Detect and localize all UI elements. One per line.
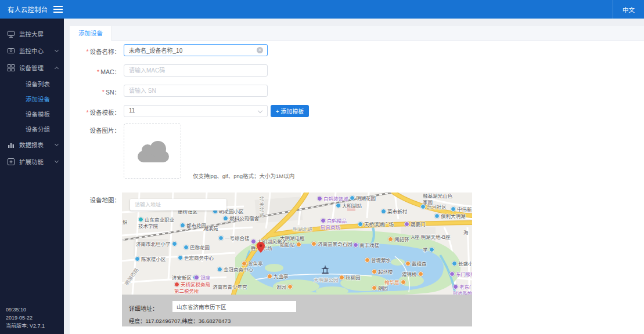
detail-address-input[interactable] [172,301,296,312]
poi-marker-icon [365,257,370,263]
poi-marker-icon [404,222,409,227]
poi-marker-icon [242,261,247,266]
image-upload-dropzone[interactable] [124,124,181,179]
language-switch-button[interactable]: 中文 [613,0,644,19]
poi-label-text: 长盛小区 [458,261,472,267]
map-poi-label: 泺河社区 [420,204,447,210]
device-name-input[interactable] [124,44,268,56]
poi-marker-icon [311,241,316,246]
map-poi-label: 明湖花园 [350,195,376,202]
map-poi-label: 一号综合楼 [218,235,250,242]
device-template-select[interactable]: 11 [124,105,268,117]
poi-label-text: 世宏商务中心 [184,255,214,261]
poi-label-text: 济南益景奇石园 [318,241,352,247]
sidebar-item-label: 设备管理 [19,63,44,72]
add-template-button[interactable]: + 添加模板 [271,105,309,117]
poi-label-text: 明湖北路 [293,226,312,232]
sn-input[interactable] [124,85,268,97]
poi-marker-icon [420,204,426,209]
poi-label-text: 天桥滨湖广场 [364,222,394,227]
sidebar-item-monitor-screen[interactable]: 监控大屏 [0,26,64,42]
map-address-panel: 详细地址： 经度：117.02496707,纬度：36.68278473 [122,295,472,326]
map-poi-label: 济南市北坦小学 [136,241,177,248]
poi-label-text: 保利大明湖 [441,213,466,219]
cloud-upload-icon [138,151,169,162]
map-poi-label: 秋柳园 [339,275,361,281]
poi-label-text: 曾堤萦水 [371,257,391,263]
map-poi-label: A座 明湖天地-B座 [411,234,451,241]
sidebar-subitem-device-list[interactable]: 设备列表 [0,76,64,91]
clear-input-icon[interactable]: × [257,47,263,53]
poi-marker-icon [336,203,341,208]
select-value: 11 [129,107,135,114]
map-poi-label: 闻韶驿 [388,237,409,243]
poi-marker-icon [381,209,386,214]
poi-marker-icon [434,213,440,219]
map-poi-label: 保利大明湖 [434,213,466,220]
required-mark: * [86,48,88,55]
version-label: 当前版本: V2.7.1 [6,322,45,331]
poi-marker-icon [217,267,222,272]
sidebar-subitem-label: 设备列表 [26,79,50,88]
device-map[interactable]: 明湖花园融基湖光山色家园白鹤装饰城大明湖站泺河社区中伟新居菜市新村保利大明湖康桥… [122,193,472,295]
poi-marker-icon [267,274,272,279]
map-poi-label: 超然楼 [372,269,393,275]
poi-marker-icon [339,275,344,280]
tab-add-device[interactable]: 添加设备 [70,26,112,41]
poi-marker-icon [418,271,423,277]
sidebar-subitem-add-device[interactable]: 添加设备 [0,91,64,106]
map-marker-pin[interactable] [257,242,265,253]
chevron-down-icon [55,48,59,52]
poi-label-text: 学 [423,247,428,253]
poi-marker-icon [449,271,455,277]
required-mark: * [102,89,105,96]
map-poi-label: 朗园 [372,285,388,292]
pavilion-landmark-icon [321,266,330,274]
sidebar-subitem-device-group[interactable]: 设备分组 [0,121,64,136]
app-window: 有人云控制台 中文 监控大屏 监控中心 设备管理 设 [0,0,644,334]
monitor-center-icon [8,48,15,55]
sidebar-nav: 监控大屏 监控中心 设备管理 设备列表 添加设备 设备模板 设备 [0,19,64,170]
map-poi-label: 都市花园 [180,223,206,229]
map-address-search-input[interactable] [130,199,226,210]
poi-label-text: 明湖花园 [356,195,376,201]
poi-marker-icon [135,256,140,262]
poi-marker-icon [178,255,183,260]
sidebar-item-device-management[interactable]: 设备管理 [0,59,64,76]
hamburger-menu-icon[interactable] [53,6,63,13]
poi-label-text: 北关北路 [258,196,264,218]
poi-label-text: A座 明湖天地-B座 [411,234,451,240]
poi-label-text: 戴檀森 [412,261,427,267]
chevron-down-icon [258,108,262,113]
device-map-label: 设备地图： [62,195,120,204]
map-poi-label: 世宏商务中心 [178,255,214,262]
poi-label-text: 银座 [200,275,210,281]
bar-chart-icon [8,141,15,148]
sidebar-item-data-report[interactable]: 数据报表 [0,136,64,153]
map-poi-label: 织 [123,219,128,226]
device-grid-icon [8,64,15,71]
sidebar-item-label: 扩展功能 [19,157,44,166]
map-poi-label: 晟豪门 [404,222,426,228]
map-poi-label: 明湖西路 [124,267,140,286]
poi-label-text: 濯锦桥 [402,271,417,277]
device-template-label: *设备模板： [62,108,120,117]
sidebar-item-extensions[interactable]: 扩展功能 [0,153,64,170]
sidebar-item-monitor-center[interactable]: 监控中心 [0,42,64,59]
poi-label-text: 九曲亭 [274,274,289,279]
chevron-down-icon [55,142,59,146]
mac-label: *MAC： [62,67,120,76]
sidebar-subitem-device-template[interactable]: 设备模板 [0,106,64,121]
map-poi-label: 天桥滨湖广场 [358,222,394,228]
mac-input[interactable] [124,64,268,77]
required-mark: * [97,68,99,75]
clock-time: 09:35:10 [6,306,45,314]
map-poi-label: 九曲亭 [267,274,289,280]
main-area: 添加设备 *设备名称： × *MAC： *SN： *设备模板： [64,19,644,334]
poi-marker-icon [180,223,185,228]
poi-label-text: 融基湖光山色家园 [423,193,452,205]
poi-marker-icon [138,217,143,222]
map-poi-label: 金冠商务中心 [217,267,253,273]
map-poi-label: 中伟新居 [451,206,472,213]
poi-label-text: 陈家楼小区 [141,256,166,262]
